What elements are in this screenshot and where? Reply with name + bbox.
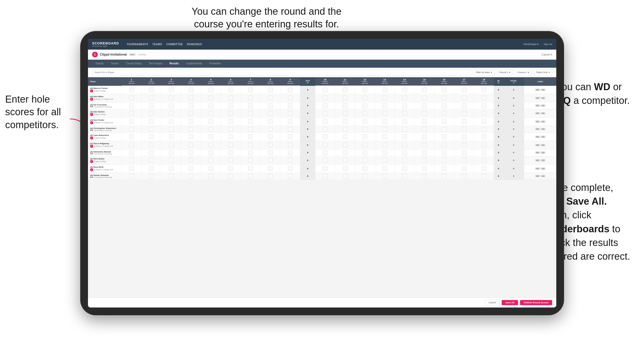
dq-button[interactable]: DQ <box>541 89 546 91</box>
score-input-hole-11[interactable] <box>343 134 347 139</box>
score-input-hole-2[interactable] <box>149 119 154 124</box>
score-input-hole-10[interactable] <box>323 96 328 100</box>
nav-teams[interactable]: TEAMS <box>152 43 162 46</box>
score-input-hole-16[interactable] <box>442 119 447 124</box>
score-input-hole-3[interactable] <box>169 158 174 163</box>
score-input-hole-15[interactable] <box>422 166 427 171</box>
score-input-hole-13[interactable] <box>382 103 387 108</box>
score-input-hole-15[interactable] <box>422 134 427 139</box>
score-input-hole-4[interactable] <box>189 103 193 108</box>
score-input-hole-1[interactable] <box>129 103 134 108</box>
score-input-hole-18[interactable] <box>482 158 486 163</box>
score-input-hole-12[interactable] <box>362 134 367 139</box>
wd-button[interactable]: WD <box>535 128 540 130</box>
score-input-hole-14[interactable] <box>402 127 407 132</box>
score-input-hole-1[interactable] <box>129 166 134 171</box>
score-input-hole-6[interactable] <box>228 158 233 163</box>
score-input-hole-1[interactable] <box>129 134 134 139</box>
wd-button[interactable]: WD <box>535 144 540 146</box>
score-input-hole-8[interactable] <box>268 158 273 163</box>
cancel-button[interactable]: Cancel <box>485 300 500 305</box>
score-input-hole-15[interactable] <box>422 150 427 155</box>
score-input-hole-5[interactable] <box>209 119 213 124</box>
score-input-hole-4[interactable] <box>189 96 193 100</box>
score-input-hole-11[interactable] <box>343 103 347 108</box>
score-input-hole-12[interactable] <box>362 166 367 171</box>
score-input-hole-3[interactable] <box>169 103 174 108</box>
score-input-hole-3[interactable] <box>169 150 174 155</box>
score-input-hole-5[interactable] <box>209 88 213 92</box>
score-input-hole-17[interactable] <box>462 143 467 147</box>
score-input-hole-11[interactable] <box>343 158 347 163</box>
score-input-hole-7[interactable] <box>248 158 253 163</box>
score-input-hole-2[interactable] <box>149 150 154 155</box>
score-input-hole-1[interactable] <box>129 158 134 163</box>
score-input-hole-8[interactable] <box>268 96 273 100</box>
score-input-hole-12[interactable] <box>362 127 367 132</box>
score-input-hole-15[interactable] <box>422 119 427 124</box>
tab-results[interactable]: Results <box>166 60 182 68</box>
score-input-hole-15[interactable] <box>422 88 427 92</box>
score-input-hole-13[interactable] <box>382 158 387 163</box>
score-input-hole-12[interactable] <box>362 111 367 116</box>
score-input-hole-7[interactable] <box>248 166 253 171</box>
score-input-hole-7[interactable] <box>248 127 253 132</box>
score-input-hole-6[interactable] <box>228 119 233 124</box>
score-input-hole-9[interactable] <box>288 158 293 163</box>
score-input-hole-1[interactable] <box>129 96 134 100</box>
score-input-hole-8[interactable] <box>268 103 273 108</box>
score-input-hole-12[interactable] <box>362 96 367 100</box>
search-input[interactable] <box>92 69 471 75</box>
score-input-hole-2[interactable] <box>149 103 154 108</box>
score-input-hole-9[interactable] <box>288 174 293 179</box>
score-input-hole-10[interactable] <box>323 119 328 124</box>
score-input-hole-4[interactable] <box>189 88 193 92</box>
score-input-hole-6[interactable] <box>228 103 233 108</box>
score-input-hole-16[interactable] <box>442 143 447 147</box>
score-input-hole-13[interactable] <box>382 111 387 116</box>
score-input-hole-2[interactable] <box>149 174 154 179</box>
tab-course-setup[interactable]: Course Setup <box>122 60 145 68</box>
score-input-hole-15[interactable] <box>422 143 427 147</box>
dq-button[interactable]: DQ <box>541 159 546 162</box>
dq-button[interactable]: DQ <box>541 175 546 177</box>
score-input-hole-5[interactable] <box>209 166 213 171</box>
course-selector[interactable]: Course A ▾ <box>515 69 531 75</box>
score-input-hole-13[interactable] <box>382 174 387 179</box>
score-input-hole-11[interactable] <box>343 166 347 171</box>
tournament-cancel[interactable]: Cancel X <box>542 53 552 56</box>
score-input-hole-18[interactable] <box>482 150 486 155</box>
score-input-hole-1[interactable] <box>129 127 134 132</box>
tab-details[interactable]: Details <box>92 60 107 68</box>
score-input-hole-18[interactable] <box>482 143 486 147</box>
dq-button[interactable]: DQ <box>541 151 546 154</box>
score-input-hole-11[interactable] <box>343 143 347 147</box>
score-input-hole-5[interactable] <box>209 150 213 155</box>
nav-rankings[interactable]: RANKINGS <box>187 43 202 46</box>
score-input-hole-18[interactable] <box>482 103 486 108</box>
score-input-hole-11[interactable] <box>343 119 347 124</box>
score-input-hole-10[interactable] <box>323 88 328 92</box>
score-input-hole-3[interactable] <box>169 143 174 147</box>
score-input-hole-14[interactable] <box>402 134 407 139</box>
score-input-hole-5[interactable] <box>209 174 213 179</box>
filter-by-team-button[interactable]: Filter by team ▾ <box>473 69 495 75</box>
score-input-hole-7[interactable] <box>248 103 253 108</box>
score-input-hole-13[interactable] <box>382 134 387 139</box>
score-input-hole-7[interactable] <box>248 150 253 155</box>
wd-button[interactable]: WD <box>535 136 540 138</box>
nav-tournaments[interactable]: TOURNAMENTS <box>127 43 148 46</box>
score-input-hole-2[interactable] <box>149 127 154 132</box>
score-input-hole-18[interactable] <box>482 174 486 179</box>
score-input-hole-8[interactable] <box>268 127 273 132</box>
score-input-hole-17[interactable] <box>462 103 467 108</box>
score-input-hole-2[interactable] <box>149 96 154 100</box>
score-input-hole-6[interactable] <box>228 150 233 155</box>
score-input-hole-13[interactable] <box>382 88 387 92</box>
score-input-hole-13[interactable] <box>382 119 387 124</box>
score-input-hole-10[interactable] <box>323 150 328 155</box>
score-input-hole-4[interactable] <box>189 174 193 179</box>
score-input-hole-1[interactable] <box>129 111 134 116</box>
dq-button[interactable]: DQ <box>541 167 546 170</box>
score-input-hole-12[interactable] <box>362 103 367 108</box>
